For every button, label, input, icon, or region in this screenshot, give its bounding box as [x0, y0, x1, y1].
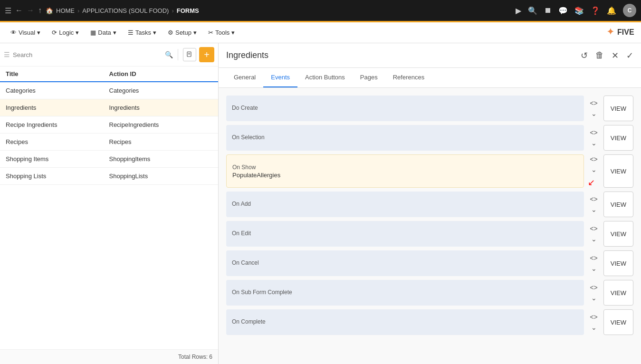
event-box-0[interactable]: Do Create — [226, 96, 584, 121]
document-icon-button[interactable] — [183, 48, 196, 61]
data-icon: ▦ — [90, 29, 96, 36]
event-view-btn-3[interactable]: VIEW — [603, 192, 633, 217]
row-title: Shopping Lists — [6, 172, 109, 180]
top-bar: ☰ ← → ↑ 🏠 HOME › APPLICATIONS (SOUL FOOD… — [0, 0, 641, 21]
breadcrumb-home[interactable]: HOME — [56, 7, 75, 14]
event-expand-btn-7[interactable]: ⌄ — [588, 323, 599, 332]
table-row[interactable]: Recipe Ingredients RecipeIngredients — [0, 116, 218, 134]
logic-chevron: ▾ — [76, 29, 79, 36]
tab-pages[interactable]: Pages — [353, 68, 385, 87]
event-view-btn-4[interactable]: VIEW — [603, 221, 633, 247]
books-icon[interactable]: 📚 — [574, 6, 584, 15]
row-action-id: Categories — [109, 87, 213, 94]
up-icon[interactable]: ↑ — [38, 6, 42, 15]
table-row[interactable]: Shopping Lists ShoppingLists — [0, 168, 218, 185]
toolbar-tools[interactable]: ✂ Tools ▾ — [203, 26, 239, 39]
search-icon[interactable]: 🔍 — [165, 51, 173, 58]
event-code-btn-7[interactable]: <> — [588, 312, 599, 322]
event-view-btn-0[interactable]: VIEW — [603, 96, 633, 121]
breadcrumb: 🏠 HOME › APPLICATIONS (SOUL FOOD) › FORM… — [46, 7, 199, 14]
tasks-icon: ☰ — [128, 29, 134, 36]
event-box-7[interactable]: On Complete — [226, 309, 584, 335]
event-box-6[interactable]: On Sub Form Complete — [226, 280, 584, 306]
event-code-btn-0[interactable]: <> — [588, 98, 599, 108]
confirm-icon[interactable]: ✓ — [626, 50, 633, 61]
event-view-btn-6[interactable]: VIEW — [603, 280, 633, 306]
search-input[interactable] — [13, 51, 162, 58]
forward-icon[interactable]: → — [27, 6, 34, 15]
row-action-id: Recipes — [109, 138, 213, 145]
search-top-icon[interactable]: 🔍 — [528, 6, 537, 15]
toolbar-logic[interactable]: ⟳ Logic ▾ — [47, 26, 84, 39]
bell-icon[interactable]: 🔔 — [607, 6, 616, 15]
event-box-3[interactable]: On Add — [226, 192, 584, 217]
event-code-btn-5[interactable]: <> — [588, 253, 599, 263]
close-icon[interactable]: ✕ — [612, 50, 619, 61]
play-icon[interactable]: ▶ — [516, 6, 521, 15]
data-chevron: ▾ — [113, 29, 116, 36]
menu-icon[interactable]: ☰ — [5, 6, 11, 15]
event-expand-btn-0[interactable]: ⌄ — [588, 109, 599, 118]
event-view-btn-7[interactable]: VIEW — [603, 309, 633, 335]
toolbar-tasks[interactable]: ☰ Tasks ▾ — [123, 26, 161, 39]
row-title: Recipes — [6, 138, 109, 145]
event-controls-0: <> ⌄ — [588, 96, 599, 121]
toolbar-visual[interactable]: 👁 Visual ▾ — [6, 26, 45, 39]
refresh-icon[interactable]: ↺ — [581, 50, 588, 61]
logic-label: Logic — [59, 29, 74, 36]
event-expand-btn-4[interactable]: ⌄ — [588, 234, 599, 244]
event-code-btn-3[interactable]: <> — [588, 194, 599, 204]
event-box-4[interactable]: On Edit — [226, 221, 584, 247]
data-label: Data — [98, 29, 111, 36]
doc-icon — [186, 51, 193, 58]
right-header-actions: ↺ 🗑 ✕ ✓ — [581, 50, 633, 61]
event-expand-btn-5[interactable]: ⌄ — [588, 264, 599, 273]
event-controls-1: <> ⌄ — [588, 125, 599, 151]
tab-general[interactable]: General — [226, 68, 263, 87]
table-row[interactable]: Ingredients Ingredients — [0, 99, 218, 116]
tab-references[interactable]: References — [385, 68, 432, 87]
help-icon[interactable]: ❓ — [591, 6, 600, 15]
table-row[interactable]: Categories Categories — [0, 82, 218, 99]
row-title: Ingredients — [6, 104, 109, 111]
event-code-btn-4[interactable]: <> — [588, 224, 599, 233]
event-row-4: On Edit <> ⌄ VIEW — [226, 221, 633, 247]
table-row[interactable]: Recipes Recipes — [0, 134, 218, 151]
event-code-btn-6[interactable]: <> — [588, 283, 599, 292]
event-view-btn-5[interactable]: VIEW — [603, 250, 633, 276]
home-icon[interactable]: 🏠 — [46, 7, 53, 14]
event-view-btn-2[interactable]: VIEW — [603, 154, 633, 188]
left-panel: ☰ 🔍 + Title Action ID Categories Categor… — [0, 43, 219, 364]
event-expand-btn-1[interactable]: ⌄ — [588, 138, 599, 148]
event-label-6: On Sub Form Complete — [232, 289, 578, 296]
stop-icon[interactable]: ⏹ — [544, 6, 552, 15]
row-title: Shopping Items — [6, 155, 109, 163]
chat-icon[interactable]: 💬 — [558, 6, 568, 15]
tab-events[interactable]: Events — [263, 68, 297, 87]
table-footer: Total Rows: 6 — [0, 349, 218, 364]
event-view-btn-1[interactable]: VIEW — [603, 125, 633, 151]
tools-chevron: ▾ — [231, 29, 235, 36]
right-header: Ingredients ↺ 🗑 ✕ ✓ — [219, 43, 641, 68]
event-box-2[interactable]: On Show PopulateAllergies — [226, 154, 584, 188]
event-expand-btn-6[interactable]: ⌄ — [588, 293, 599, 303]
avatar[interactable]: C — [623, 4, 636, 17]
events-content: Do Create <> ⌄ VIEW On Selection <> ⌄ VI… — [219, 88, 641, 364]
event-expand-btn-3[interactable]: ⌄ — [588, 205, 599, 214]
breadcrumb-app[interactable]: APPLICATIONS (SOUL FOOD) — [82, 7, 169, 14]
back-icon[interactable]: ← — [15, 6, 23, 15]
tab-action-buttons[interactable]: Action Buttons — [297, 68, 353, 87]
divider — [178, 49, 178, 60]
event-expand-btn-2[interactable]: ⌄ — [588, 165, 599, 174]
toolbar-data[interactable]: ▦ Data ▾ — [86, 26, 121, 39]
event-code-btn-1[interactable]: <> — [588, 128, 599, 137]
table-row[interactable]: Shopping Items ShoppingItems — [0, 151, 218, 168]
breadcrumb-forms[interactable]: FORMS — [177, 7, 199, 14]
toolbar-setup[interactable]: ⚙ Setup ▾ — [163, 26, 201, 39]
event-code-btn-2[interactable]: <> — [588, 154, 599, 164]
add-button[interactable]: + — [199, 47, 214, 62]
delete-icon[interactable]: 🗑 — [595, 50, 604, 60]
event-box-5[interactable]: On Cancel — [226, 250, 584, 276]
event-box-1[interactable]: On Selection — [226, 125, 584, 151]
logic-icon: ⟳ — [52, 29, 57, 36]
